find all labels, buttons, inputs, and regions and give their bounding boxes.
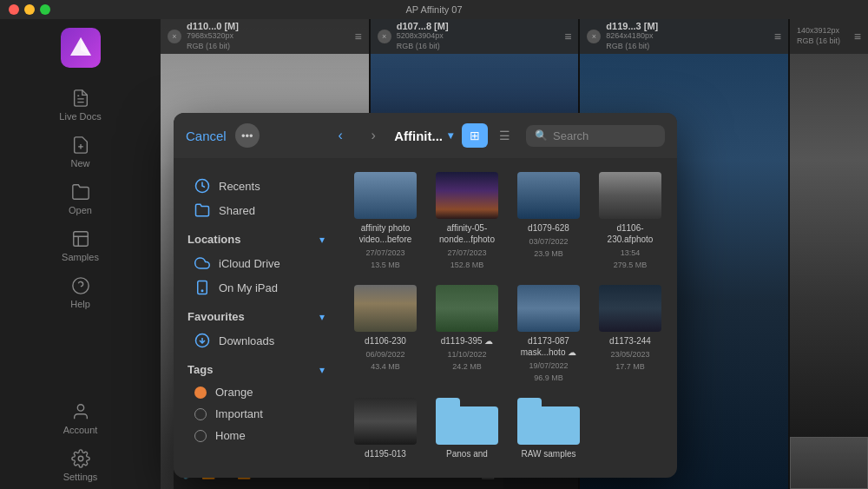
favourites-chevron-icon[interactable]: ▾ — [319, 311, 325, 323]
file-date: 13:54 — [621, 248, 641, 257]
list-view-button[interactable]: ☰ — [491, 123, 517, 148]
minimize-button[interactable] — [24, 4, 35, 15]
title-bar: AP Affinity 07 — [0, 0, 868, 19]
photo-menu-4[interactable]: ≡ — [854, 30, 861, 43]
sidebar-item-open[interactable]: Open — [0, 175, 161, 222]
file-date: 19/07/2022 — [529, 361, 568, 370]
tag-home[interactable]: Home — [187, 425, 325, 446]
sidebar-item-help[interactable]: Help — [0, 269, 161, 316]
sidebar-item-downloads[interactable]: Downloads — [187, 328, 325, 353]
file-picker: Cancel ••• ‹ › Affinit... ▾ ⊞ ☰ 🔍 — [174, 113, 677, 478]
close-button[interactable] — [9, 4, 19, 15]
tags-header: Tags ▾ — [187, 363, 325, 376]
file-name: affinity photo video...before — [354, 222, 417, 245]
fp-sidebar-favourites-section: Favourites ▾ Downloads — [174, 305, 339, 358]
file-item[interactable]: RAW samples — [512, 394, 585, 463]
location-selector[interactable]: Affinit... ▾ — [394, 129, 453, 143]
file-date: 11/10/2022 — [447, 350, 486, 359]
sidebar-item-settings[interactable]: Settings — [0, 442, 161, 489]
photo-menu-3[interactable]: ≡ — [774, 30, 781, 43]
photo-meta-2: 5208x3904px RGB (16 bit) — [397, 31, 449, 51]
grid-view-button[interactable]: ⊞ — [462, 123, 488, 148]
nav-back-button[interactable]: ‹ — [328, 123, 352, 148]
file-name: d1106-230.afphoto — [599, 222, 661, 245]
fp-sidebar: Recents Shared Locations ▾ iCloud Drive — [174, 158, 339, 478]
file-item[interactable]: d1119-395 ☁ 11/10/2022 24.2 MB — [431, 281, 503, 386]
sidebar-label-open: Open — [69, 205, 92, 215]
file-size: 23.9 MB — [534, 249, 563, 258]
locations-header: Locations ▾ — [187, 233, 325, 246]
file-item[interactable]: affinity-05-nonde...fphoto 27/07/2023 15… — [431, 169, 503, 273]
sidebar-item-livedocs[interactable]: Live Docs — [0, 82, 161, 129]
photo-meta-3: 8264x4180px RGB (16 bit) — [606, 31, 658, 51]
search-input[interactable] — [553, 129, 640, 142]
locations-chevron-icon[interactable]: ▾ — [319, 234, 325, 246]
nav-forward-button[interactable]: › — [361, 123, 385, 148]
photo-close-1[interactable]: × — [168, 30, 181, 43]
file-item[interactable]: d1079-628 03/07/2022 23.9 MB — [512, 169, 585, 273]
file-item[interactable]: d1173-244 23/05/2023 17.7 MB — [594, 281, 667, 386]
sidebar-label-samples: Samples — [62, 252, 99, 262]
tag-color-important — [194, 408, 207, 420]
ipad-label: On My iPad — [219, 281, 278, 294]
app-icon — [61, 28, 101, 68]
tag-orange[interactable]: Orange — [187, 381, 325, 403]
more-button[interactable]: ••• — [235, 123, 260, 148]
file-item[interactable]: d1106-230 06/09/2022 43.4 MB — [349, 281, 422, 386]
photo-close-2[interactable]: × — [378, 30, 391, 43]
downloads-label: Downloads — [219, 334, 274, 347]
bottom-thumbnail — [790, 437, 868, 489]
sidebar-label-help: Help — [70, 299, 90, 309]
view-toggle: ⊞ ☰ — [462, 123, 517, 148]
file-size: 13.5 MB — [371, 261, 400, 269]
sidebar-item-new[interactable]: New — [0, 129, 161, 175]
tag-color-orange — [194, 387, 207, 399]
sidebar-item-ipad[interactable]: On My iPad — [187, 275, 325, 300]
sidebar-item-account[interactable]: Account — [0, 395, 161, 442]
shared-label: Shared — [219, 204, 255, 217]
photo-title-1: d110...0 [M] — [187, 21, 239, 31]
tag-label-home: Home — [215, 429, 246, 442]
sidebar-label-settings: Settings — [63, 472, 98, 482]
photo-menu-2[interactable]: ≡ — [564, 30, 571, 43]
file-size: 24.2 MB — [452, 362, 482, 371]
file-item[interactable]: Panos and — [431, 394, 503, 463]
file-date: 27/07/2023 — [447, 248, 486, 257]
photo-title-3: d119...3 [M] — [606, 21, 658, 31]
cancel-button[interactable]: Cancel — [186, 129, 227, 143]
file-date: 23/05/2023 — [610, 350, 649, 359]
tags-chevron-icon[interactable]: ▾ — [319, 364, 325, 376]
file-name: d1079-628 — [528, 222, 569, 234]
file-date: 06/09/2022 — [365, 350, 404, 359]
file-item[interactable]: d1173-087 mask...hoto ☁ 19/07/2022 96.9 … — [512, 281, 585, 386]
file-size: 96.9 MB — [534, 373, 563, 382]
search-bar[interactable]: 🔍 — [526, 125, 665, 147]
sidebar-item-samples[interactable]: Samples — [0, 222, 161, 269]
list-icon: ☰ — [499, 129, 510, 142]
sidebar-item-shared[interactable]: Shared — [187, 198, 325, 222]
file-name: d1195-013 — [365, 448, 406, 459]
fp-sidebar-recents-section: Recents Shared — [174, 169, 339, 228]
sidebar-item-icloud[interactable]: iCloud Drive — [187, 251, 325, 275]
file-date: 27/07/2023 — [365, 248, 404, 257]
tag-important[interactable]: Important — [187, 403, 325, 425]
file-grid: affinity photo video...before 27/07/2023… — [339, 158, 677, 478]
photo-close-3[interactable]: × — [587, 30, 601, 43]
file-size: 43.4 MB — [371, 362, 400, 371]
sidebar-item-recents[interactable]: Recents — [187, 174, 325, 198]
window-title: AP Affinity 07 — [405, 4, 462, 15]
search-icon: 🔍 — [535, 129, 548, 142]
maximize-button[interactable] — [40, 4, 50, 15]
sidebar-label-new: New — [70, 158, 89, 169]
file-name: d1173-087 mask...hoto ☁ — [517, 335, 580, 358]
photo-title-2: d107...8 [M] — [397, 21, 449, 31]
sidebar-label-account: Account — [63, 425, 98, 435]
photo-menu-1[interactable]: ≡ — [355, 30, 362, 43]
file-name: RAW samples — [522, 448, 576, 459]
location-chevron-icon: ▾ — [448, 129, 453, 142]
file-item[interactable]: d1106-230.afphoto 13:54 279.5 MB — [594, 169, 667, 273]
file-item[interactable]: affinity photo video...before 27/07/2023… — [349, 169, 422, 273]
svg-point-3 — [72, 278, 88, 294]
recents-label: Recents — [219, 180, 260, 193]
file-item[interactable]: d1195-013 — [349, 394, 422, 463]
